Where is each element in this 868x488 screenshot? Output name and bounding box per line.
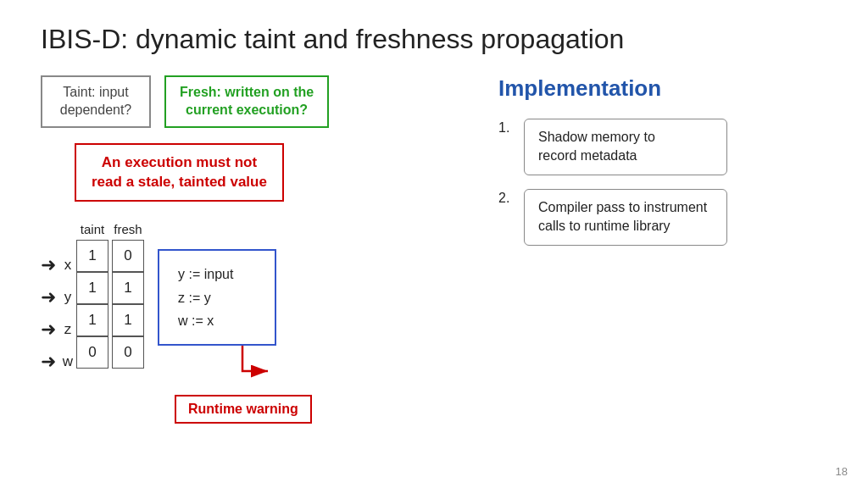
taint-x: 1 xyxy=(76,240,108,272)
fresh-x: 0 xyxy=(112,240,144,272)
arrow-w: ➜ xyxy=(41,346,56,378)
var-column: x y z w xyxy=(59,249,76,378)
taint-line1: Taint: input xyxy=(63,85,128,99)
arrow-y: ➜ xyxy=(41,281,56,313)
left-column: Taint: input dependent? Fresh: written o… xyxy=(41,75,481,424)
impl-item-2: 2. Compiler pass to instrument calls to … xyxy=(498,189,827,246)
fresh-y: 1 xyxy=(112,272,144,304)
code-runtime-wrapper: y := input z := y w := x Runtime war xyxy=(158,222,327,424)
slide: IBIS-D: dynamic taint and freshness prop… xyxy=(0,0,868,488)
fresh-line1: Fresh: written on the xyxy=(180,85,314,99)
warning-line2: read a stale, tainted value xyxy=(92,174,267,190)
table-area: ➜ ➜ ➜ ➜ x y z w taint 1 1 1 xyxy=(41,222,481,424)
taint-w: 0 xyxy=(76,336,108,369)
taint-section: taint 1 1 1 0 xyxy=(76,222,108,369)
arrow-svg xyxy=(209,346,327,388)
arrows-column: ➜ ➜ ➜ ➜ xyxy=(41,249,56,378)
arrow-x: ➜ xyxy=(41,249,56,281)
var-w: w xyxy=(59,346,76,378)
implementation-title: Implementation xyxy=(498,75,827,102)
fresh-z: 1 xyxy=(112,304,144,336)
var-y: y xyxy=(59,281,76,313)
boxes-row: Taint: input dependent? Fresh: written o… xyxy=(41,75,481,128)
impl-box-1-line2: record metadata xyxy=(538,148,637,163)
impl-box-1-line1: Shadow memory to xyxy=(538,130,655,144)
impl-num-1: 1. xyxy=(498,120,515,136)
fresh-line2: current execution? xyxy=(186,103,308,117)
impl-box-2-line1: Compiler pass to instrument xyxy=(538,200,707,214)
var-x: x xyxy=(59,249,76,281)
impl-box-1: Shadow memory to record metadata xyxy=(524,119,727,175)
taint-y: 1 xyxy=(76,272,108,304)
warning-line1: An execution must not xyxy=(102,154,257,170)
impl-box-2: Compiler pass to instrument calls to run… xyxy=(524,189,727,246)
right-column: Implementation 1. Shadow memory to recor… xyxy=(481,75,827,424)
impl-box-2-line2: calls to runtime library xyxy=(538,219,670,233)
code-line-3: w := x xyxy=(178,309,256,332)
fresh-w: 0 xyxy=(112,336,144,369)
page-number: 18 xyxy=(836,465,848,478)
code-line-1: y := input xyxy=(178,263,256,286)
taint-box: Taint: input dependent? xyxy=(41,75,151,128)
warning-box: An execution must not read a stale, tain… xyxy=(75,143,284,202)
fresh-col-header: fresh xyxy=(114,222,142,236)
taint-col-header: taint xyxy=(81,222,104,236)
taint-z: 1 xyxy=(76,304,108,336)
code-box: y := input z := y w := x xyxy=(158,249,276,346)
arrow-z: ➜ xyxy=(41,313,56,346)
impl-num-2: 2. xyxy=(498,191,515,206)
fresh-section: fresh 0 1 1 0 xyxy=(112,222,144,369)
code-line-2: z := y xyxy=(178,286,256,309)
fresh-box: Fresh: written on the current execution? xyxy=(164,75,329,128)
content-area: Taint: input dependent? Fresh: written o… xyxy=(41,75,827,424)
impl-item-1: 1. Shadow memory to record metadata xyxy=(498,119,827,175)
runtime-warning: Runtime warning xyxy=(175,395,312,424)
taint-line2: dependent? xyxy=(60,103,132,117)
var-z: z xyxy=(59,313,76,346)
slide-title: IBIS-D: dynamic taint and freshness prop… xyxy=(41,24,827,55)
